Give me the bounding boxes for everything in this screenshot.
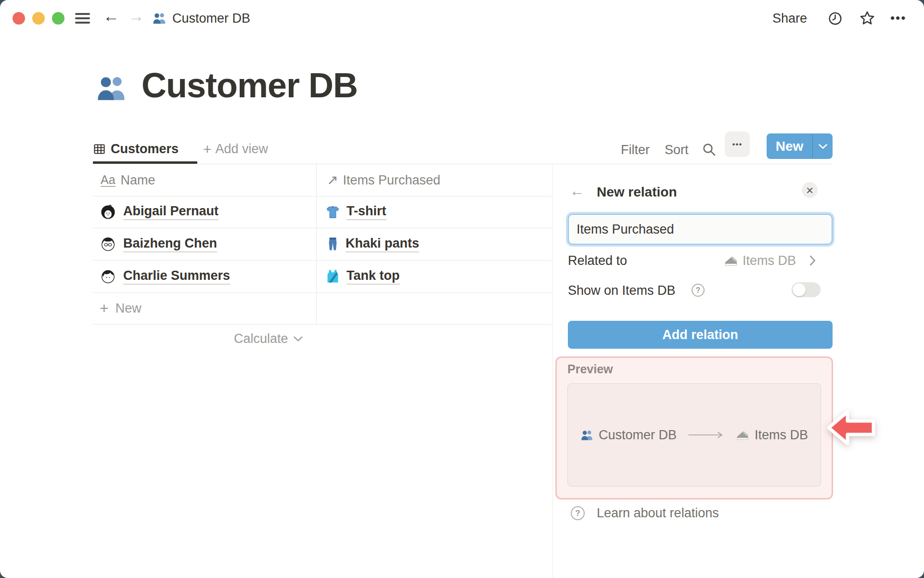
table-row-item-cell[interactable]: Tank top	[325, 260, 400, 292]
titlebar-title: Customer DB	[172, 11, 250, 26]
new-record-button[interactable]: New	[767, 133, 812, 159]
title-property-icon: Aa	[101, 173, 116, 187]
calculate-label: Calculate	[234, 331, 288, 346]
busts-icon	[152, 11, 167, 26]
table-row-name-cell[interactable]: Abigail Pernaut	[101, 196, 218, 228]
page-title[interactable]: Customer DB	[141, 66, 358, 105]
relation-preview-diagram: Customer DB Items DB	[567, 383, 821, 486]
toggle-knob	[793, 283, 806, 296]
clock-icon[interactable]	[827, 11, 843, 26]
sort-button[interactable]: Sort	[665, 143, 689, 158]
share-button[interactable]: Share	[772, 11, 807, 26]
grid-line	[93, 292, 552, 293]
new-record-dropdown-button[interactable]	[813, 133, 833, 159]
tshirt-icon	[325, 205, 340, 220]
learn-label: Learn about relations	[597, 506, 719, 521]
topbar-more-icon[interactable]: •••	[890, 12, 906, 24]
jeans-icon	[326, 236, 339, 251]
add-relation-button[interactable]: Add relation	[568, 321, 833, 349]
table-row-name-cell[interactable]: Charlie Summers	[101, 260, 230, 292]
avatar-abigail-icon	[101, 205, 116, 220]
tab-customers[interactable]: Customers	[93, 142, 179, 157]
search-icon[interactable]	[701, 142, 717, 157]
new-record-button-group: New	[767, 133, 833, 159]
plus-icon: +	[203, 142, 212, 157]
relation-name-input[interactable]	[568, 214, 833, 245]
panel-back-icon[interactable]: ←	[570, 184, 585, 198]
column-divider	[316, 164, 317, 324]
show-on-toggle[interactable]	[792, 282, 821, 297]
column-name-label: Name	[121, 173, 155, 188]
preview-target-label: Items DB	[755, 428, 808, 443]
row-name-link[interactable]: Abigail Pernaut	[123, 204, 218, 220]
sidebar-menu-icon[interactable]	[75, 13, 90, 24]
chevron-down-icon	[293, 336, 303, 342]
grid-line	[93, 324, 552, 325]
view-options-button[interactable]: •••	[725, 131, 750, 157]
related-to-value-button[interactable]: Items DB	[723, 251, 816, 270]
avatar-baizheng-icon	[101, 236, 116, 251]
learn-about-relations-link[interactable]: ? Learn about relations	[571, 506, 719, 521]
sneaker-icon	[735, 428, 749, 442]
filter-button[interactable]: Filter	[621, 143, 650, 158]
preview-source-label: Customer DB	[599, 428, 677, 443]
annotation-arrow-icon	[826, 407, 877, 448]
new-row-button[interactable]: + New	[100, 292, 141, 324]
chevron-down-icon	[818, 144, 828, 149]
tanktop-icon	[325, 269, 340, 284]
tab-customers-label: Customers	[111, 142, 179, 157]
add-view-label: Add view	[216, 142, 269, 157]
toolbar-divider	[93, 164, 833, 164]
calculate-button[interactable]: Calculate	[234, 324, 303, 353]
panel-close-button[interactable]: ×	[802, 182, 818, 198]
window-close-button[interactable]	[13, 12, 25, 25]
relation-direction-arrow	[688, 431, 724, 439]
preview-label: Preview	[567, 362, 613, 376]
plus-icon: +	[100, 301, 109, 316]
question-glyph: ?	[696, 286, 701, 295]
column-items-label: Items Purchased	[343, 173, 440, 188]
related-to-value: Items DB	[743, 253, 796, 268]
help-icon[interactable]: ?	[692, 284, 705, 297]
relation-property-icon: ↗	[327, 173, 338, 187]
notion-window: ← → Customer DB Share ••• Customer DB	[0, 0, 924, 578]
show-on-label: Show on Items DB	[568, 283, 676, 298]
panel-title: New relation	[597, 184, 677, 200]
table-view-icon	[93, 143, 106, 156]
help-icon: ?	[571, 506, 585, 520]
page-icon-busts[interactable]	[95, 72, 127, 104]
column-header-items-purchased[interactable]: ↗ Items Purchased	[327, 164, 440, 196]
favorite-star-icon[interactable]	[859, 10, 876, 27]
sneaker-icon	[723, 253, 738, 268]
panel-divider	[552, 164, 553, 578]
back-icon[interactable]: ←	[103, 8, 119, 24]
related-to-label: Related to	[568, 253, 627, 268]
table-row-item-cell[interactable]: T-shirt	[325, 196, 386, 228]
row-item-link[interactable]: Tank top	[346, 268, 400, 285]
more-dots-icon: •••	[732, 140, 743, 148]
avatar-charlie-icon	[101, 269, 116, 284]
table-row-name-cell[interactable]: Baizheng Chen	[101, 228, 217, 260]
close-icon: ×	[806, 184, 813, 197]
table-row-item-cell[interactable]: Khaki pants	[326, 228, 419, 260]
busts-icon	[580, 429, 593, 442]
row-item-link[interactable]: Khaki pants	[346, 236, 419, 252]
chevron-right-icon	[809, 255, 816, 266]
window-minimize-button[interactable]	[32, 12, 45, 25]
question-glyph: ?	[575, 509, 580, 518]
forward-icon[interactable]: →	[128, 8, 144, 24]
row-item-link[interactable]: T-shirt	[346, 204, 386, 220]
add-view-button[interactable]: + Add view	[203, 142, 268, 157]
new-row-label: New	[116, 301, 141, 316]
row-name-link[interactable]: Baizheng Chen	[123, 236, 217, 252]
column-header-name[interactable]: Aa Name	[101, 164, 155, 196]
row-name-link[interactable]: Charlie Summers	[123, 268, 230, 285]
window-zoom-button[interactable]	[52, 12, 64, 25]
